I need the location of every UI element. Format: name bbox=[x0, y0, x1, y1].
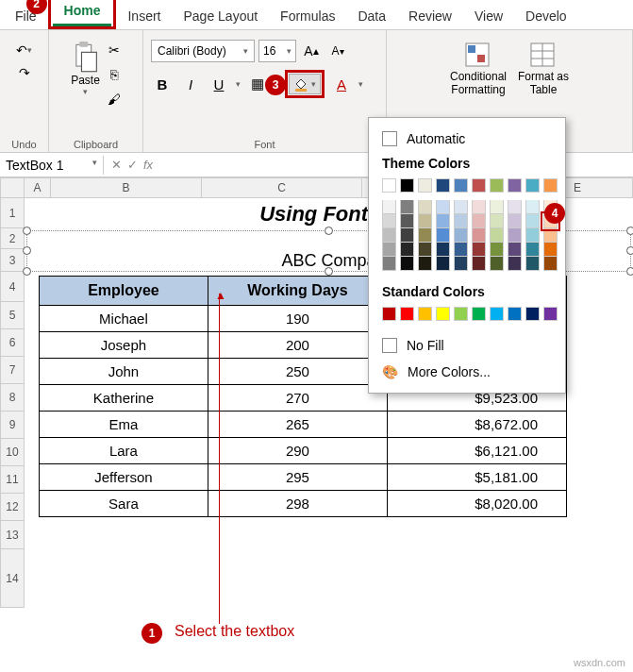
redo-icon[interactable]: ↷ bbox=[16, 64, 33, 81]
color-swatch[interactable] bbox=[543, 307, 558, 321]
color-swatch[interactable] bbox=[472, 214, 486, 228]
color-swatch[interactable] bbox=[508, 200, 522, 214]
color-swatch[interactable] bbox=[472, 178, 486, 193]
copy-icon[interactable]: ⎘ bbox=[106, 66, 123, 83]
cell[interactable]: 295 bbox=[208, 464, 387, 491]
color-swatch[interactable] bbox=[418, 214, 432, 228]
cell[interactable]: 250 bbox=[208, 359, 387, 385]
font-name-select[interactable]: Calibri (Body)▾ bbox=[151, 40, 255, 62]
automatic-option[interactable]: Automatic bbox=[369, 126, 565, 152]
color-swatch[interactable] bbox=[543, 257, 558, 271]
color-swatch[interactable] bbox=[454, 214, 468, 228]
cell[interactable]: 290 bbox=[208, 438, 387, 464]
color-swatch[interactable] bbox=[525, 228, 540, 243]
color-swatch[interactable] bbox=[418, 178, 432, 193]
color-swatch[interactable] bbox=[382, 228, 396, 243]
color-swatch[interactable] bbox=[400, 214, 414, 228]
color-swatch[interactable] bbox=[508, 178, 522, 193]
color-swatch[interactable] bbox=[525, 178, 540, 193]
tab-data[interactable]: Data bbox=[346, 3, 397, 29]
color-swatch[interactable] bbox=[525, 307, 540, 321]
table-row[interactable]: Lara290$6,121.00 bbox=[40, 438, 567, 464]
tab-home[interactable]: Home bbox=[53, 0, 112, 26]
row-header[interactable]: 12 bbox=[0, 494, 25, 521]
table-row[interactable]: Sara298$8,020.00 bbox=[40, 491, 567, 517]
table-row[interactable]: Ema265$8,672.00 bbox=[40, 412, 567, 438]
color-swatch[interactable] bbox=[436, 200, 450, 214]
color-swatch[interactable] bbox=[418, 243, 432, 257]
fx-icon[interactable]: fx bbox=[143, 158, 153, 172]
format-table-button[interactable]: Format asTable bbox=[516, 40, 571, 98]
row-header[interactable]: 6 bbox=[0, 329, 25, 357]
cell[interactable]: $5,181.00 bbox=[387, 464, 566, 491]
color-swatch[interactable] bbox=[436, 228, 450, 243]
select-all-corner[interactable] bbox=[0, 177, 25, 198]
color-swatch[interactable] bbox=[490, 243, 504, 257]
row-header[interactable]: 8 bbox=[0, 384, 25, 412]
cell[interactable]: Sara bbox=[40, 491, 208, 517]
color-swatch[interactable] bbox=[382, 307, 396, 321]
col-header[interactable]: A bbox=[25, 177, 51, 198]
color-swatch[interactable] bbox=[454, 228, 468, 243]
color-swatch[interactable] bbox=[382, 178, 396, 193]
color-swatch[interactable] bbox=[436, 257, 450, 271]
color-swatch[interactable] bbox=[508, 243, 522, 257]
table-row[interactable]: Jefferson295$5,181.00 bbox=[40, 464, 567, 491]
color-swatch[interactable] bbox=[400, 257, 414, 271]
cell[interactable]: 265 bbox=[208, 412, 387, 438]
cell[interactable]: 200 bbox=[208, 332, 387, 359]
color-swatch[interactable] bbox=[472, 228, 486, 243]
bold-button[interactable]: B bbox=[151, 73, 174, 95]
color-swatch[interactable] bbox=[490, 200, 504, 214]
color-swatch[interactable] bbox=[543, 243, 558, 257]
row-header[interactable]: 10 bbox=[0, 439, 25, 466]
color-swatch[interactable] bbox=[454, 257, 468, 271]
cell[interactable]: Ema bbox=[40, 412, 208, 438]
tab-insert[interactable]: Insert bbox=[116, 3, 172, 29]
conditional-formatting-button[interactable]: ConditionalFormatting bbox=[448, 40, 508, 98]
col-header[interactable]: C bbox=[202, 177, 362, 198]
tab-pagelayout[interactable]: Page Layout bbox=[172, 3, 269, 29]
color-swatch[interactable] bbox=[543, 178, 558, 193]
color-swatch[interactable] bbox=[508, 214, 522, 228]
color-swatch[interactable] bbox=[436, 243, 450, 257]
color-swatch[interactable] bbox=[382, 243, 396, 257]
color-swatch[interactable] bbox=[472, 200, 486, 214]
color-swatch[interactable] bbox=[508, 228, 522, 243]
color-swatch[interactable] bbox=[490, 228, 504, 243]
row-header[interactable]: 4 bbox=[0, 272, 25, 302]
cell[interactable]: 270 bbox=[208, 385, 387, 412]
col-header[interactable]: B bbox=[51, 177, 202, 198]
decrease-font-icon[interactable]: A▾ bbox=[326, 40, 349, 62]
row-header[interactable]: 14 bbox=[0, 549, 25, 608]
italic-button[interactable]: I bbox=[179, 73, 202, 95]
cell[interactable]: Michael bbox=[40, 306, 208, 332]
color-swatch[interactable] bbox=[436, 214, 450, 228]
morecolors-option[interactable]: 🎨 More Colors... bbox=[369, 359, 565, 385]
cell[interactable]: 298 bbox=[208, 491, 387, 517]
row-header[interactable]: 5 bbox=[0, 302, 25, 329]
tab-formulas[interactable]: Formulas bbox=[269, 3, 346, 29]
row-header[interactable]: 9 bbox=[0, 412, 25, 439]
color-swatch[interactable] bbox=[400, 243, 414, 257]
header-days[interactable]: Working Days bbox=[208, 277, 387, 306]
color-swatch[interactable] bbox=[382, 214, 396, 228]
font-size-select[interactable]: 16▾ bbox=[258, 40, 296, 62]
row-header[interactable]: 13 bbox=[0, 521, 25, 549]
color-swatch[interactable] bbox=[400, 178, 414, 193]
color-swatch[interactable] bbox=[525, 243, 540, 257]
cell[interactable]: $8,672.00 bbox=[387, 412, 566, 438]
row-header[interactable]: 3 bbox=[0, 249, 25, 272]
underline-button[interactable]: U bbox=[208, 73, 230, 95]
color-swatch[interactable] bbox=[454, 178, 468, 193]
color-swatch[interactable] bbox=[454, 243, 468, 257]
color-swatch[interactable] bbox=[454, 307, 468, 321]
color-swatch[interactable] bbox=[454, 200, 468, 214]
undo-icon[interactable]: ↶▾ bbox=[16, 42, 33, 59]
color-swatch[interactable] bbox=[525, 200, 540, 214]
color-swatch[interactable] bbox=[525, 257, 540, 271]
cell[interactable]: 190 bbox=[208, 306, 387, 332]
cut-icon[interactable]: ✂ bbox=[106, 42, 123, 59]
format-painter-icon[interactable]: 🖌 bbox=[106, 91, 123, 108]
font-color-button[interactable]: A bbox=[330, 73, 353, 95]
